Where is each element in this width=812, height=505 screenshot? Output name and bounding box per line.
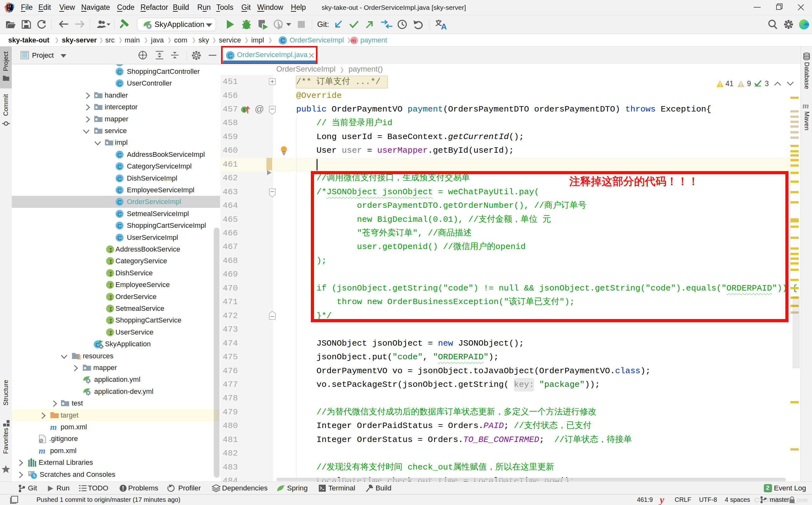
svg-text:C: C [117,80,122,87]
svg-text:I: I [109,318,113,325]
svg-text:C: C [117,69,122,75]
svg-text:C: C [117,235,122,241]
svg-text:C: C [117,187,122,194]
svg-text:I: I [109,294,113,301]
svg-text:I: I [109,247,113,254]
svg-text:C: C [117,152,122,158]
svg-text:I: I [109,282,113,289]
svg-text:I: I [109,259,113,266]
svg-text:m: m [351,38,356,44]
svg-text:I: I [109,330,113,337]
svg-text:A: A [441,22,447,30]
svg-text:I: I [109,306,113,313]
svg-text:C: C [117,199,122,206]
svg-text:C: C [117,223,122,229]
svg-text:I: I [109,271,113,278]
svg-text:C: C [117,176,122,182]
svg-text:I: I [243,108,245,113]
svg-text:C: C [117,211,122,218]
svg-text:IJ: IJ [7,5,11,8]
svg-text:C: C [117,163,122,170]
svg-text:C: C [281,37,285,44]
